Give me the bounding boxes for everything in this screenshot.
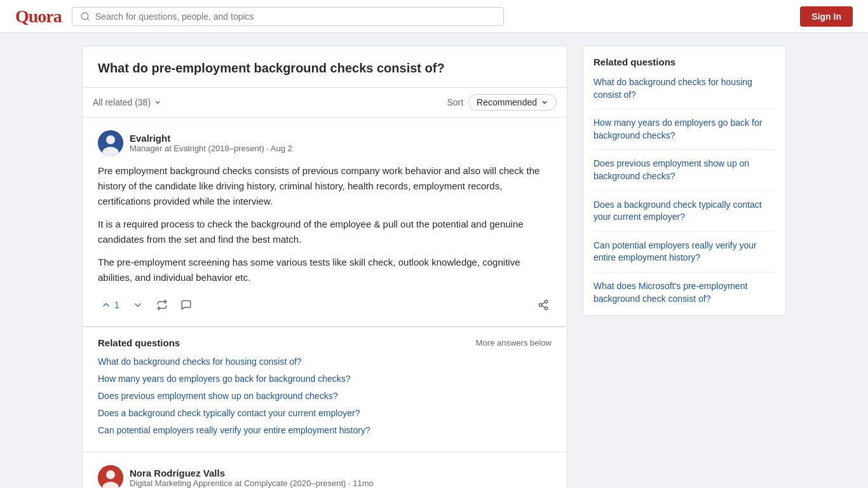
svg-line-1 bbox=[87, 18, 89, 20]
svg-line-9 bbox=[541, 302, 545, 304]
sign-in-button[interactable]: Sign In bbox=[800, 6, 853, 27]
sidebar-link-3[interactable]: Does previous employment show up on back… bbox=[593, 158, 749, 181]
author-info-2: Nora Rodríguez Valls Digital Marketing A… bbox=[130, 468, 374, 488]
more-answers-label: More answers below bbox=[476, 338, 552, 348]
all-related-label: All related (38) bbox=[93, 97, 151, 107]
question-card: What do pre-employment background checks… bbox=[82, 46, 567, 327]
sort-value: Recommended bbox=[477, 97, 537, 107]
list-item: Does previous employment show up on back… bbox=[593, 158, 775, 191]
sidebar-related-list: What do background checks for housing co… bbox=[593, 76, 775, 305]
answer-text-1: Pre employment background checks consist… bbox=[98, 163, 552, 285]
search-input[interactable] bbox=[95, 11, 496, 22]
svg-point-6 bbox=[539, 304, 542, 307]
header: Quora Sign In bbox=[0, 0, 868, 33]
answer-paragraph-2: It is a required process to check the ba… bbox=[98, 217, 552, 247]
author-meta-2: Digital Marketing Apprentice at Complyca… bbox=[130, 478, 374, 488]
related-link-2[interactable]: How many years do employers go back for … bbox=[98, 374, 351, 384]
filter-bar: All related (38) Sort Recommended bbox=[83, 88, 567, 118]
sidebar-title: Related questions bbox=[593, 57, 775, 67]
sort-dropdown[interactable]: Recommended bbox=[468, 94, 557, 111]
related-questions-list: What do background checks for housing co… bbox=[98, 356, 552, 435]
author-info-1: Evalright Manager at Evalright (2018–pre… bbox=[130, 133, 292, 153]
list-item: Does a background check typically contac… bbox=[98, 407, 552, 418]
list-item: What do background checks for housing co… bbox=[593, 76, 775, 109]
reshare-icon bbox=[156, 299, 168, 311]
answer-card-2: Nora Rodríguez Valls Digital Marketing A… bbox=[82, 452, 567, 488]
sidebar-link-4[interactable]: Does a background check typically contac… bbox=[593, 200, 762, 222]
share-icon bbox=[538, 299, 549, 311]
downvote-button[interactable] bbox=[130, 297, 146, 313]
sort-label: Sort bbox=[447, 97, 463, 107]
answer-author-1: Evalright Manager at Evalright (2018–pre… bbox=[98, 130, 552, 156]
question-title: What do pre-employment background checks… bbox=[98, 59, 552, 77]
author-avatar-2 bbox=[98, 465, 123, 488]
author-avatar-1 bbox=[98, 130, 123, 156]
author-name-1: Evalright bbox=[130, 133, 292, 144]
comment-icon bbox=[180, 299, 192, 311]
sidebar-link-1[interactable]: What do background checks for housing co… bbox=[593, 77, 752, 100]
downvote-icon bbox=[132, 299, 144, 311]
question-title-area: What do pre-employment background checks… bbox=[83, 46, 567, 88]
all-related-filter[interactable]: All related (38) bbox=[93, 97, 162, 107]
svg-point-0 bbox=[81, 13, 88, 20]
answer-card-1: Evalright Manager at Evalright (2018–pre… bbox=[83, 118, 567, 327]
sidebar-link-5[interactable]: Can potential employers really verify yo… bbox=[593, 240, 757, 263]
svg-point-5 bbox=[545, 301, 548, 304]
related-link-5[interactable]: Can potential employers really verify yo… bbox=[98, 425, 370, 435]
related-questions-card: Related questions More answers below Wha… bbox=[82, 327, 567, 452]
list-item: How many years do employers go back for … bbox=[98, 373, 552, 384]
external-share-button[interactable] bbox=[535, 297, 552, 313]
action-bar-1: 1 bbox=[98, 294, 552, 313]
svg-point-3 bbox=[106, 135, 115, 144]
sidebar-link-2[interactable]: How many years do employers go back for … bbox=[593, 118, 762, 140]
related-link-1[interactable]: What do background checks for housing co… bbox=[98, 356, 302, 367]
sidebar-link-6[interactable]: What does Microsoft's pre-employment bac… bbox=[593, 281, 747, 304]
related-header: Related questions More answers below bbox=[98, 337, 552, 348]
svg-point-11 bbox=[106, 470, 115, 479]
quora-logo[interactable]: Quora bbox=[15, 6, 62, 27]
list-item: How many years do employers go back for … bbox=[593, 117, 775, 150]
upvote-icon bbox=[100, 299, 112, 311]
svg-point-7 bbox=[545, 307, 548, 310]
sidebar-card: Related questions What do background che… bbox=[583, 46, 786, 316]
list-item: Does previous employment show up on back… bbox=[98, 390, 552, 401]
main-content: What do pre-employment background checks… bbox=[82, 46, 567, 488]
answer-paragraph-1: Pre employment background checks consist… bbox=[98, 163, 552, 209]
chevron-down-icon bbox=[153, 98, 162, 107]
upvote-count: 1 bbox=[114, 300, 119, 310]
list-item: Does a background check typically contac… bbox=[593, 199, 775, 232]
search-icon bbox=[80, 11, 90, 22]
svg-line-8 bbox=[541, 306, 545, 308]
author-meta-1: Manager at Evalright (2018–present) · Au… bbox=[130, 144, 292, 153]
related-questions-title: Related questions bbox=[98, 337, 180, 348]
share-button[interactable] bbox=[154, 297, 170, 313]
sort-area: Sort Recommended bbox=[447, 94, 557, 111]
page-layout: What do pre-employment background checks… bbox=[72, 33, 796, 488]
sidebar: Related questions What do background che… bbox=[583, 46, 786, 316]
sort-chevron-icon bbox=[541, 98, 548, 106]
list-item: Can potential employers really verify yo… bbox=[98, 424, 552, 435]
list-item: What does Microsoft's pre-employment bac… bbox=[593, 280, 775, 305]
related-link-3[interactable]: Does previous employment show up on back… bbox=[98, 391, 337, 401]
comment-button[interactable] bbox=[178, 297, 194, 313]
list-item: Can potential employers really verify yo… bbox=[593, 240, 775, 273]
list-item: What do background checks for housing co… bbox=[98, 356, 552, 367]
answer-paragraph-3: The pre-employment screening has some va… bbox=[98, 255, 552, 285]
search-bar bbox=[72, 7, 504, 26]
answer-author-2: Nora Rodríguez Valls Digital Marketing A… bbox=[98, 465, 552, 488]
related-link-4[interactable]: Does a background check typically contac… bbox=[98, 408, 360, 418]
author-name-2: Nora Rodríguez Valls bbox=[130, 468, 374, 478]
upvote-button[interactable]: 1 bbox=[98, 297, 122, 313]
